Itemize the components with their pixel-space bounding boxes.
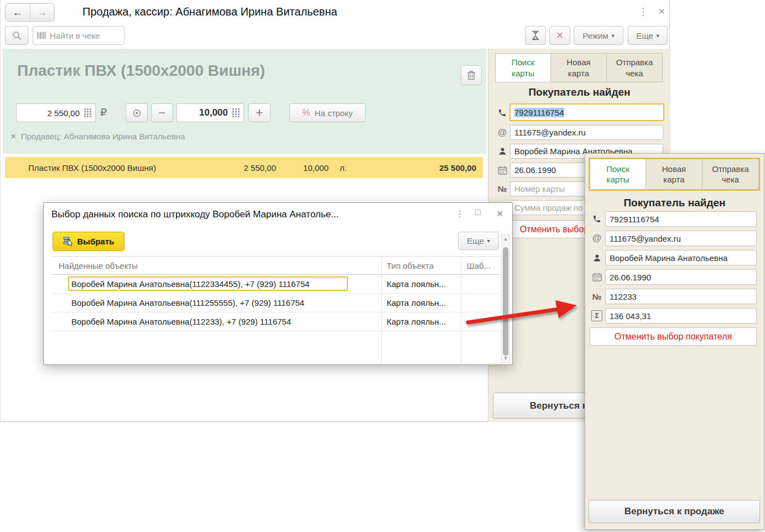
receipt-item-unit: л. [340, 163, 347, 173]
tab-label: карты [607, 174, 629, 185]
callout-cancel-customer-button[interactable]: Отменить выбор покупателя [590, 327, 757, 346]
trash-icon [467, 70, 476, 80]
cancel-x-icon: ✕ [556, 30, 564, 41]
receipt-item-price: 2 550,00 [199, 163, 276, 173]
qty-decrease-button[interactable]: − [151, 103, 173, 122]
qty-increase-button[interactable]: + [248, 103, 270, 122]
delete-line-button[interactable] [461, 65, 482, 85]
callout-name-input[interactable]: Воробей Марина Анатольевна [605, 250, 757, 265]
email-input[interactable]: 111675@yandex.ru [510, 125, 663, 140]
result-row[interactable]: Воробей Марина Анатольевна(112233), +7 (… [51, 312, 501, 331]
callout-phone-input[interactable]: 79291116754 [605, 211, 757, 227]
current-item-title: Пластик ПВХ (1500x2000 Вишня) [17, 62, 265, 80]
birthdate-value: 26.06.1990 [514, 165, 556, 175]
price-input[interactable]: 2 550,00 [16, 103, 96, 122]
tab-new-card[interactable]: Новая карта [551, 53, 607, 82]
phone-input[interactable]: 79291116754 [509, 103, 664, 121]
window-close-icon[interactable]: ✕ [658, 7, 665, 17]
tab-send-receipt[interactable]: Отправка чека [607, 53, 663, 82]
email-value: 111675@yandex.ru [514, 128, 586, 137]
line-discount-label: На строку [315, 108, 353, 118]
callout-sales-sum-input[interactable]: 136 043,31 [605, 308, 757, 324]
numpad-icon[interactable] [232, 108, 240, 117]
callout-birthdate-value: 26.06.1990 [610, 273, 651, 282]
results-table-header: Найденные объекты Тип объекта Шаб... [51, 256, 501, 275]
phone-icon [591, 211, 603, 227]
scroll-up-icon[interactable]: ▲ [502, 237, 509, 242]
minus-icon: − [159, 106, 165, 119]
result-object: Воробей Марина Анатольевна(112233), +7 (… [71, 312, 381, 331]
customer-panel-callout: Поиск карты Новая карта Отправка чека По… [585, 153, 764, 530]
tab-label: Новая [566, 57, 590, 67]
callout-tab-send-receipt[interactable]: Отправка чека [702, 159, 759, 190]
sidebar-tabs: Поиск карты Новая карта Отправка чека [495, 53, 663, 82]
receipt-item-name: Пластик ПВХ (1500x2000 Вишня) [28, 163, 156, 173]
line-discount-button[interactable]: % На строку [289, 103, 366, 122]
search-button[interactable] [5, 26, 28, 45]
select-button[interactable]: Выбрать [53, 232, 124, 251]
result-row[interactable]: Воробей Марина Анатольевна(1122334455), … [51, 275, 501, 294]
window-title: Продажа, кассир: Абнагимова Ирина Виталь… [82, 6, 337, 18]
callout-return-to-sale-label: Вернуться к продаже [625, 506, 725, 517]
back-icon: ← [12, 7, 23, 19]
column-objects[interactable]: Найденные объекты [59, 257, 379, 274]
price-value: 2 550,00 [48, 108, 80, 118]
quantity-input[interactable]: 10,000 [176, 103, 244, 122]
postpone-button[interactable] [525, 26, 546, 45]
dialog-scrollbar[interactable]: ▲ ▼ [501, 234, 510, 363]
calendar-icon [591, 269, 603, 285]
item-info-button[interactable] [126, 103, 148, 122]
callout-tabs: Поиск карты Новая карта Отправка чека [589, 158, 760, 191]
select-stack-cursor-icon [63, 236, 74, 247]
callout-tab-card-search[interactable]: Поиск карты [590, 159, 646, 190]
cancel-receipt-button[interactable]: ✕ [549, 26, 570, 45]
callout-card-number-value: 112233 [610, 292, 637, 301]
callout-tab-new-card[interactable]: Новая карта [646, 159, 702, 190]
dialog-close-icon[interactable]: ✕ [496, 208, 503, 219]
callout-name-value: Воробей Марина Анатольевна [610, 253, 727, 263]
card-number-placeholder: Номер карты [514, 184, 565, 194]
dialog-title: Выбор данных поиска по штрихкоду Воробей… [51, 209, 339, 220]
callout-email-input[interactable]: 111675@yandex.ru [605, 231, 757, 246]
quantity-value: 10,000 [199, 107, 228, 118]
tab-label: Отправка [712, 164, 749, 174]
column-type[interactable]: Тип объекта [387, 257, 460, 274]
tab-label: Поиск [512, 57, 535, 67]
scrollbar-thumb[interactable] [503, 247, 508, 356]
person-icon [591, 250, 603, 265]
phone-icon [496, 105, 508, 121]
forward-button[interactable]: → [30, 4, 55, 21]
callout-cancel-customer-label: Отменить выбор покупателя [615, 332, 732, 342]
search-input[interactable]: Найти в чеке [33, 26, 124, 45]
dialog-kebab-icon[interactable]: ⋮ [455, 208, 464, 219]
tab-label: карты [512, 68, 534, 79]
back-button[interactable]: ← [6, 4, 30, 21]
dialog-more-button[interactable]: Еще ▾ [458, 232, 499, 250]
target-eye-icon [133, 109, 141, 117]
column-template[interactable]: Шаб... [467, 257, 500, 274]
percent-icon: % [303, 108, 310, 118]
card-numero-icon: № [591, 289, 603, 304]
tab-card-search[interactable]: Поиск карты [495, 53, 551, 82]
email-at-icon: @ [591, 231, 603, 246]
callout-return-to-sale-button[interactable]: Вернуться к продаже [589, 500, 760, 523]
dialog-more-label: Еще [467, 236, 484, 246]
receipt-row[interactable]: Пластик ПВХ (1500x2000 Вишня) 2 550,00 1… [5, 157, 483, 178]
more-button[interactable]: Еще ▾ [628, 26, 668, 45]
numpad-icon[interactable] [84, 108, 91, 117]
dialog-maximize-icon[interactable]: □ [475, 207, 481, 217]
clear-seller-icon[interactable]: ✕ [11, 132, 17, 140]
window-menu-kebab-icon[interactable]: ⋮ [638, 6, 648, 18]
tab-label: карта [663, 174, 684, 185]
result-row[interactable]: Воробей Марина Анатольевна(111255555), +… [51, 294, 501, 312]
nav-history-group: ← → [5, 3, 55, 22]
select-button-label: Выбрать [77, 237, 115, 246]
scroll-down-icon[interactable]: ▼ [502, 356, 509, 361]
tab-label: Поиск [606, 164, 629, 174]
callout-email-value: 111675@yandex.ru [610, 234, 681, 243]
mode-button[interactable]: Режим ▾ [574, 26, 623, 45]
phone-value-selected: 79291116754 [514, 108, 564, 117]
callout-birthdate-input[interactable]: 26.06.1990 [605, 269, 757, 285]
callout-card-number-input[interactable]: 112233 [605, 289, 757, 304]
seller-row: ✕ Продавец: Абнагимова Ирина Витальевна [11, 132, 185, 141]
